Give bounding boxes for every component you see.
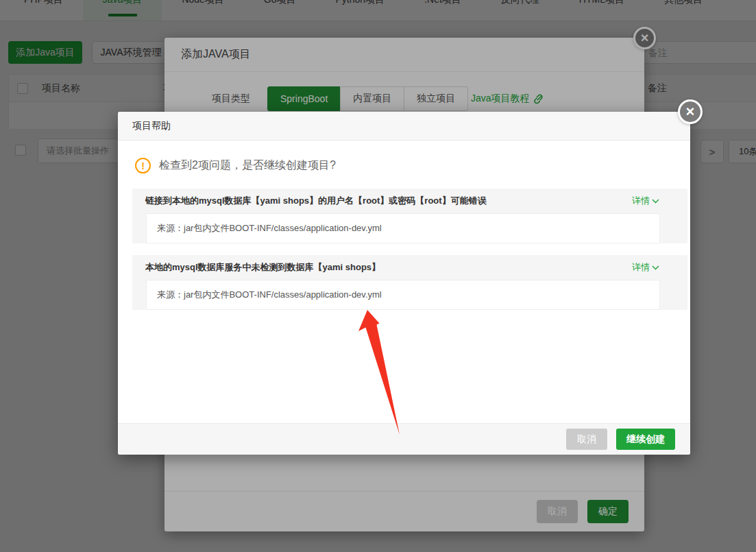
chevron-down-icon — [652, 199, 659, 204]
help-cancel-button[interactable]: 取消 — [566, 429, 607, 450]
help-modal-title: 项目帮助 — [118, 112, 690, 141]
close-icon[interactable]: × — [678, 99, 703, 124]
warning-text: 检查到2项问题，是否继续创建项目? — [159, 158, 336, 173]
project-help-modal: 项目帮助 × ! 检查到2项问题，是否继续创建项目? 链接到本地的mysql数据… — [118, 112, 690, 455]
issue-title: 链接到本地的mysql数据库【yami shops】的用户名【root】或密码【… — [145, 195, 487, 207]
detail-toggle-link[interactable]: 详情 — [632, 195, 659, 207]
continue-create-button[interactable]: 继续创建 — [616, 429, 675, 450]
issue-header: 本地的mysql数据库服务中未检测到数据库【yami shops】 详情 — [132, 255, 687, 280]
chevron-down-icon — [652, 265, 659, 270]
issue-source: 来源：jar包内文件BOOT-INF/classes/application-d… — [146, 280, 660, 310]
detail-label: 详情 — [632, 195, 650, 207]
issue-header: 链接到本地的mysql数据库【yami shops】的用户名【root】或密码【… — [132, 189, 687, 213]
detail-label: 详情 — [632, 261, 650, 274]
detail-toggle-link[interactable]: 详情 — [632, 261, 659, 274]
issue-title: 本地的mysql数据库服务中未检测到数据库【yami shops】 — [145, 261, 380, 274]
issue-source: 来源：jar包内文件BOOT-INF/classes/application-d… — [146, 213, 660, 243]
issue-item: 本地的mysql数据库服务中未检测到数据库【yami shops】 详情 来源：… — [132, 255, 687, 310]
issue-list: 链接到本地的mysql数据库【yami shops】的用户名【root】或密码【… — [132, 189, 687, 310]
warning-row: ! 检查到2项问题，是否继续创建项目? — [135, 158, 676, 173]
warning-icon: ! — [135, 158, 151, 173]
issue-item: 链接到本地的mysql数据库【yami shops】的用户名【root】或密码【… — [132, 189, 687, 243]
help-modal-footer: 取消 继续创建 — [118, 423, 690, 455]
